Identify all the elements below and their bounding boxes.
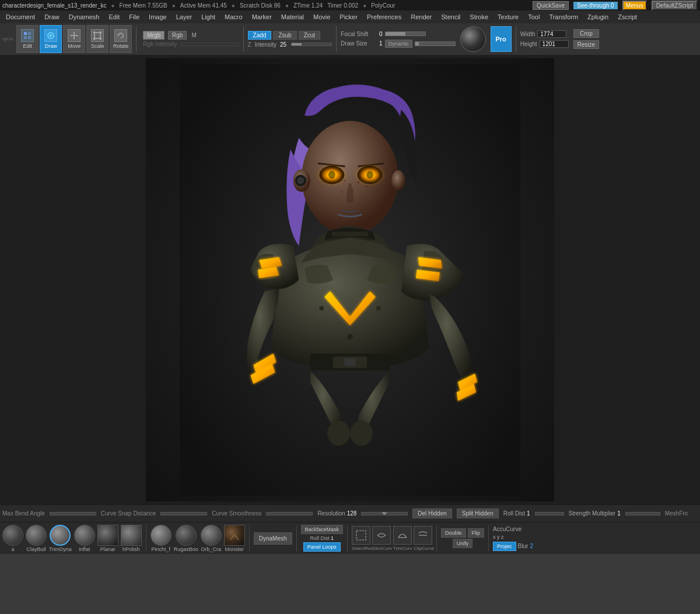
menu-item-edit[interactable]: Edit [104, 12, 124, 22]
draw-button[interactable]: Draw [40, 25, 62, 53]
brush-trimdyna-icon[interactable] [50, 525, 71, 546]
focal-shift-slider[interactable] [385, 31, 426, 36]
resolution-slider[interactable] [361, 512, 408, 515]
menu-item-render[interactable]: Render [406, 12, 436, 22]
intensity-val: 25 [280, 41, 286, 48]
draw-label: Draw [45, 43, 57, 49]
brush-orb-icon[interactable] [201, 525, 222, 546]
clip-curve-button[interactable] [414, 526, 432, 545]
brush-monster-group: Monster [224, 525, 245, 552]
menu-item-stencil[interactable]: Stencil [436, 12, 465, 22]
file-name: characterdesign_female_s13_render_kc [2, 2, 106, 9]
bottom-status-bar: Max Bend Angle Curve Snap Distance Curve… [0, 504, 700, 522]
menu-item-transform[interactable]: Transform [544, 12, 583, 22]
mode-label: igical [2, 36, 13, 41]
rgb-button[interactable]: Rgb [168, 31, 187, 40]
mrgb-button[interactable]: Mrgb [143, 31, 164, 40]
curve-smooth-slider[interactable] [266, 512, 313, 515]
m-label: M [191, 32, 196, 38]
toolbar-divider-4 [516, 26, 516, 52]
menu-item-zscript[interactable]: Zscript [613, 12, 642, 22]
menu-item-draw[interactable]: Draw [40, 12, 64, 22]
svg-rect-3 [28, 36, 31, 39]
resolution-label: Resolution [317, 510, 345, 517]
scale-button[interactable]: Scale [86, 25, 108, 53]
blur-label: Blur [518, 543, 528, 549]
curve-snap-slider[interactable] [160, 512, 207, 515]
move-button[interactable]: Move [63, 25, 85, 53]
material-sphere[interactable] [460, 26, 486, 52]
roll-dist-bottom-label: Roll Dist [310, 535, 330, 541]
trim-curv-button[interactable] [393, 526, 412, 545]
resize-button[interactable]: Resize [573, 40, 600, 49]
projec-button[interactable]: Projec [493, 542, 516, 551]
brush-rugasboo-group: RugasBoo [174, 525, 198, 552]
panel-loops-button[interactable]: Panel Loops [303, 542, 341, 552]
menus-button[interactable]: Menus [622, 1, 647, 10]
dimensions-section: Width 1774 Height 1201 [520, 30, 569, 48]
del-hidden-button[interactable]: Del Hidden [412, 508, 452, 518]
rgb-intensity-slider[interactable] [181, 43, 239, 46]
double-flip-section: Double Flip Unify [441, 528, 484, 548]
menu-item-texture[interactable]: Texture [493, 12, 523, 22]
menu-item-movie[interactable]: Movie [309, 12, 335, 22]
flip-button[interactable]: Flip [468, 528, 485, 538]
scratch-disk: Scratch Disk 86 [240, 2, 281, 9]
brush-rugasboo-icon[interactable] [176, 525, 197, 546]
slice-curv-button[interactable] [372, 526, 391, 545]
zsub-button[interactable]: Zsub [273, 31, 296, 40]
brush-hpolish-icon[interactable] [121, 525, 142, 546]
icon-divider-4 [347, 525, 348, 552]
brush-monster-icon[interactable] [224, 525, 245, 546]
z-intensity-slider[interactable] [291, 43, 332, 46]
default-script-button[interactable]: DefaultZScript [652, 1, 698, 10]
dynamesh-button[interactable]: DynaMesh [254, 532, 292, 545]
brush-a-icon[interactable] [2, 525, 23, 546]
brush-planar-icon[interactable] [97, 525, 118, 546]
menu-item-file[interactable]: File [124, 12, 144, 22]
menu-item-image[interactable]: Image [144, 12, 172, 22]
split-hidden-button[interactable]: Split Hidden [457, 508, 499, 518]
strength-slider[interactable] [625, 512, 660, 515]
menu-item-material[interactable]: Material [276, 12, 309, 22]
dynamic-button[interactable]: Dynamic [385, 40, 412, 48]
menu-item-document[interactable]: Document [1, 12, 40, 22]
strength-val: 1 [617, 510, 621, 517]
menu-item-dynamesh[interactable]: Dynamesh [64, 12, 104, 22]
quicksave-button[interactable]: QuickSave [533, 1, 569, 10]
double-button[interactable]: Double [441, 528, 466, 538]
svg-rect-47 [356, 531, 366, 540]
svg-point-46 [356, 164, 384, 185]
max-bend-slider[interactable] [50, 512, 96, 515]
select-icons-section: SelectRec SliceCurv [352, 526, 391, 551]
menu-item-layer[interactable]: Layer [172, 12, 197, 22]
unify-button[interactable]: Unify [453, 539, 473, 548]
menu-item-macro[interactable]: Macro [220, 12, 247, 22]
roll-dist-slider[interactable] [535, 512, 564, 515]
brush-pinch-icon[interactable] [150, 525, 172, 546]
rotate-button[interactable]: Rotate [110, 25, 132, 53]
menu-item-marker[interactable]: Marker [247, 12, 276, 22]
brush-inflat-icon[interactable] [74, 525, 95, 546]
select-rect-button[interactable] [352, 526, 370, 545]
accu-curve-label: AccuCurve [493, 526, 522, 532]
brush-claybuild-icon[interactable] [26, 525, 47, 546]
menu-item-picker[interactable]: Picker [335, 12, 362, 22]
menu-item-light[interactable]: Light [197, 12, 220, 22]
zadd-button[interactable]: Zadd [248, 31, 272, 40]
draw-size-slider[interactable] [415, 41, 456, 46]
backface-mask-button[interactable]: BackfaceMask [301, 525, 344, 534]
svg-point-33 [297, 177, 304, 184]
zcut-button[interactable]: Zcut [299, 31, 320, 40]
edit-button[interactable]: Edit [16, 25, 38, 53]
menu-item-zplugin[interactable]: Zplugin [583, 12, 613, 22]
canvas-area[interactable] [0, 55, 700, 504]
slice-curv-label: SliceCurv [372, 546, 391, 551]
menu-item-preferences[interactable]: Preferences [362, 12, 406, 22]
brush-trimdyna-group: TrimDyna [49, 525, 72, 552]
resolution-val: 128 [347, 510, 357, 517]
crop-button[interactable]: Crop [573, 29, 600, 38]
menu-item-tool[interactable]: Tool [523, 12, 544, 22]
menu-item-stroke[interactable]: Stroke [465, 12, 493, 22]
pro-button[interactable]: Pro [491, 26, 512, 52]
